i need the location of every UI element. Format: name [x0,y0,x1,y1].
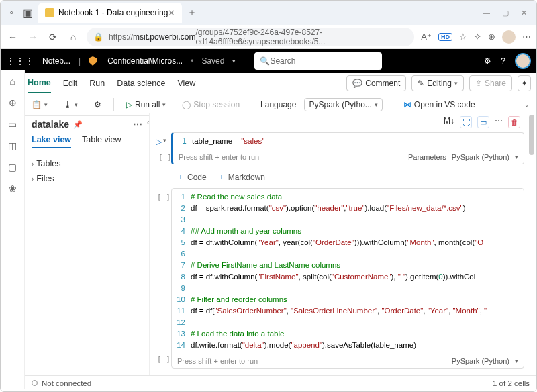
app-launcher-icon[interactable]: ⋮⋮⋮ [6,56,34,66]
run-menu-icon[interactable]: ▾ [163,137,166,146]
connection-status-icon [32,380,38,386]
rail-browse-icon[interactable]: ▭ [8,119,17,130]
tabs-overview-icon[interactable]: ▣ [19,7,36,19]
settings-gear-button[interactable]: ⚙ [90,97,105,113]
more-icon[interactable]: ⋯ [522,32,531,42]
ribbon-collapse-icon[interactable]: ⌄ [524,101,530,108]
reading-icon[interactable]: A⁺ [421,32,432,42]
rail-workspaces-icon[interactable]: ❀ [9,183,17,194]
code-editor[interactable]: # Read the new sales datadf = spark.read… [191,189,524,354]
lake-view-tab[interactable]: Lake view [32,135,71,148]
share-icon: ⇪ [475,79,482,88]
connection-status: Not connected [42,379,91,387]
markdown-toggle-icon[interactable]: M↓ [444,116,454,128]
download-button[interactable]: ⭳▾ [60,97,82,113]
lakehouse-title[interactable]: datalake 📌 ⋯ [32,119,142,130]
cell-count: 1 of 2 cells [493,379,530,387]
ribbon-tabs: Home Edit Run Data science View 💬Comment… [1,73,536,93]
vscode-icon: ⋈ [403,100,411,109]
open-vscode-button[interactable]: ⋈Open in VS code [399,97,479,113]
settings-icon[interactable]: ⚙ [484,56,491,66]
cell-more-icon[interactable]: ⋯ [495,116,503,128]
refresh-icon[interactable]: ⟳ [46,32,60,42]
execution-indicator: [ ] [157,355,170,364]
run-hint: Press shift + enter to run [179,153,259,161]
tree-tables[interactable]: ›Tables [32,156,142,171]
add-cell-row: ＋Code ＋Markdown [154,168,524,187]
lakehouse-sidebar: datalake 📌 ⋯ Lake view Table view ›Table… [25,113,150,375]
editing-mode-button[interactable]: ✎Editing▾ [411,75,464,91]
add-code-cell-button[interactable]: ＋Code [177,171,207,183]
rail-monitor-icon[interactable]: ▢ [8,162,17,173]
fabric-header: ⋮⋮⋮ Noteb... | Confidential\Micros... • … [1,49,536,73]
table-view-tab[interactable]: Table view [82,135,121,148]
scrollbar[interactable] [529,115,534,155]
maximize-icon[interactable]: ▢ [502,9,509,17]
profile-avatar-icon[interactable] [502,30,516,44]
window-controls: ― ▢ ✕ [483,9,534,17]
browser-tab[interactable]: Notebook 1 - Data engineering ✕ [38,3,182,23]
rail-home-icon[interactable]: ⌂ [9,76,15,87]
close-window-icon[interactable]: ✕ [521,9,527,17]
tab-home[interactable]: Home [28,73,51,93]
new-tab-button[interactable]: ＋ [187,7,197,19]
browser-titlebar: ◦ ▣ Notebook 1 - Data engineering ✕ ＋ ― … [1,1,536,25]
close-tab-icon[interactable]: ✕ [168,8,175,18]
tab-run[interactable]: Run [89,79,105,88]
url-input[interactable]: 🔒 https://msit.powerbi.com/groups/4752ef… [87,28,414,46]
execution-indicator: [ ] [157,193,170,201]
execution-indicator: [ ] [158,153,172,162]
search-input[interactable]: 🔍 Search [254,52,382,70]
saved-chevron-icon[interactable]: ▾ [232,58,236,64]
code-cell-2[interactable]: [ ] [ ] 1234567891011121314 # Read the n… [171,188,524,369]
home-toolbar: 📋▾ ⭳▾ ⚙ ▷Run all▾ ◯Stop session Language… [1,93,536,116]
tab-edit[interactable]: Edit [63,79,78,88]
code-editor[interactable]: table_name = "sales" [192,133,524,150]
stop-icon: ◯ [182,100,191,109]
play-icon: ▷ [126,100,132,109]
tree-files[interactable]: ›Files [32,171,142,186]
paste-button[interactable]: 📋▾ [28,97,52,113]
rail-create-icon[interactable]: ⊕ [9,97,17,108]
sensitivity-label[interactable]: Confidential\Micros... [107,56,183,66]
tab-view[interactable]: View [177,79,195,88]
add-markdown-cell-button[interactable]: ＋Markdown [217,171,265,183]
hd-badge-icon[interactable]: HD [438,33,452,41]
cell-lang[interactable]: PySpark (Python) [452,153,509,161]
parameters-label[interactable]: Parameters [408,153,446,161]
run-all-button[interactable]: ▷Run all▾ [122,97,170,113]
tab-data-science[interactable]: Data science [117,79,165,88]
star-icon[interactable]: ☆ [459,32,467,42]
home-icon[interactable]: ⌂ [66,32,80,42]
language-dropdown[interactable]: PySpark (Pytho...▾ [304,98,382,111]
notebook-canvas: M↓ ⛶ ▭ ⋯ 🗑 ▷▾ [ ] 1 table_name = "sales"… [150,113,536,375]
chevron-right-icon: › [32,175,34,183]
collections-icon[interactable]: ⊕ [488,32,495,42]
help-icon[interactable]: ? [501,56,505,66]
forward-icon: → [26,32,40,42]
pencil-icon: ✎ [418,79,424,88]
status-bar: Not connected 1 of 2 cells [25,375,536,390]
save-status: Saved [201,56,224,66]
copilot-button[interactable]: ✦ [518,75,531,91]
expand-icon[interactable]: ⛶ [460,116,472,128]
user-avatar-icon[interactable] [515,53,531,69]
comment-button[interactable]: 💬Comment [346,75,406,91]
run-cell-icon[interactable]: ▷ [156,137,162,146]
minimize-icon[interactable]: ― [483,9,490,17]
tab-title: Notebook 1 - Data engineering [58,8,168,17]
favorites-icon[interactable]: ✧ [474,32,481,42]
breadcrumb-workspace[interactable]: Noteb... [42,56,70,66]
cell-lang[interactable]: PySpark (Python) [452,357,509,365]
sidebar-more-icon[interactable]: ⋯ [133,119,142,130]
rail-onelake-icon[interactable]: ◫ [8,140,17,151]
code-cell-1[interactable]: ▷▾ [ ] 1 table_name = "sales" Press shif… [171,132,524,164]
delete-cell-icon[interactable]: 🗑 [508,116,520,128]
back-icon[interactable]: ← [6,32,19,42]
pin-icon[interactable]: 📌 [73,120,83,129]
language-label: Language [260,100,296,109]
sidebar-collapse-icon[interactable]: ‹ [147,118,150,126]
output-icon[interactable]: ▭ [477,116,489,128]
profile-icon[interactable]: ◦ [3,7,19,19]
sensitivity-shield-icon [89,56,97,66]
